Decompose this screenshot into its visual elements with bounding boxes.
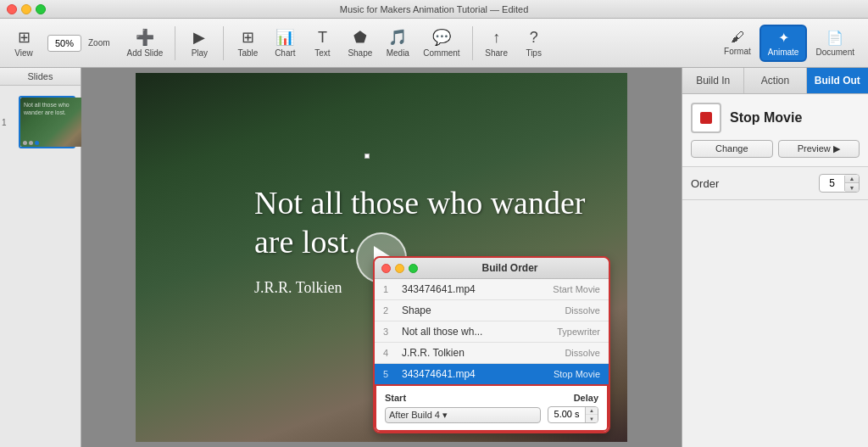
delay-increment[interactable]: ▲ bbox=[586, 407, 598, 415]
build-row-4[interactable]: 4 J.R.R. Tolkien Dissolve bbox=[375, 343, 609, 364]
comment-button[interactable]: 💬 Comment bbox=[418, 25, 465, 61]
maximize-button[interactable] bbox=[36, 4, 46, 14]
dialog-minimize-button[interactable] bbox=[395, 264, 404, 273]
right-toolbar: 🖌 Format ✦ Animate 📄 Document bbox=[717, 25, 861, 62]
zoom-label: Zoom bbox=[88, 38, 110, 47]
text-button[interactable]: T Text bbox=[305, 25, 339, 61]
play-icon: ▶ bbox=[193, 28, 205, 47]
delay-stepper: ▲ ▼ bbox=[586, 407, 598, 422]
start-delay-section: Start Delay After Build 4 ▾ 5.00 s ▲ bbox=[375, 384, 609, 432]
shape-button[interactable]: ⬟ Shape bbox=[342, 25, 377, 61]
animate-button[interactable]: ✦ Animate bbox=[760, 25, 808, 62]
order-increment[interactable]: ▲ bbox=[845, 175, 859, 183]
canvas-area: Not all those who wander are lost. J.R.R… bbox=[81, 68, 682, 447]
document-icon: 📄 bbox=[826, 30, 843, 46]
share-icon: ↑ bbox=[492, 29, 500, 47]
tips-label: Tips bbox=[526, 48, 542, 58]
comment-label: Comment bbox=[423, 48, 459, 58]
zoom-input[interactable] bbox=[47, 35, 81, 52]
chart-label: Chart bbox=[275, 48, 295, 58]
shape-label: Shape bbox=[348, 48, 372, 58]
title-bar: Music for Makers Animation Tutorial — Ed… bbox=[0, 0, 868, 19]
build-action-selected: Stop Movie bbox=[554, 369, 600, 379]
text-icon: T bbox=[318, 29, 327, 47]
build-row-3[interactable]: 3 Not all those wh... Typewriter bbox=[375, 321, 609, 343]
document-label: Document bbox=[815, 47, 854, 57]
format-label: Format bbox=[724, 47, 751, 56]
table-button[interactable]: ⊞ Table bbox=[231, 25, 264, 61]
build-row-5-selected[interactable]: 5 343474641.mp4 Stop Movie bbox=[375, 364, 609, 384]
view-label: View bbox=[14, 48, 33, 58]
tab-build-out[interactable]: Build Out bbox=[807, 68, 868, 93]
stepper-buttons: ▲ ▼ bbox=[845, 175, 859, 192]
delay-value: 5.00 s bbox=[548, 407, 586, 422]
format-button[interactable]: 🖌 Format bbox=[717, 26, 758, 59]
stop-movie-section: Stop Movie Change Preview ▶ bbox=[682, 94, 868, 167]
build-rows: 1 343474641.mp4 Start Movie 2 Shape Diss… bbox=[375, 279, 609, 384]
text-label: Text bbox=[314, 48, 330, 58]
add-slide-button[interactable]: ➕ Add Slide bbox=[122, 25, 169, 61]
animate-icon: ✦ bbox=[778, 30, 789, 46]
media-label: Media bbox=[387, 48, 409, 58]
share-button[interactable]: ↑ Share bbox=[480, 25, 514, 61]
media-button[interactable]: 🎵 Media bbox=[381, 25, 415, 61]
order-decrement[interactable]: ▼ bbox=[845, 183, 859, 192]
build-name-selected: 343474641.mp4 bbox=[402, 368, 547, 380]
window-title: Music for Makers Animation Tutorial — Ed… bbox=[340, 4, 529, 14]
document-button[interactable]: 📄 Document bbox=[809, 26, 861, 60]
build-action: Dissolve bbox=[565, 348, 600, 358]
add-slide-icon: ➕ bbox=[136, 28, 154, 47]
quote-text: Not all those who wander are lost. bbox=[254, 184, 610, 261]
sd-inputs: After Build 4 ▾ 5.00 s ▲ ▼ bbox=[385, 406, 598, 423]
slide-thumbnail[interactable]: Not all those who wander are lost. bbox=[19, 96, 75, 148]
tips-icon: ? bbox=[530, 29, 538, 47]
slide-dot-active bbox=[35, 141, 39, 145]
slides-header: Slides bbox=[0, 68, 81, 86]
comment-icon: 💬 bbox=[432, 28, 451, 47]
build-name: 343474641.mp4 bbox=[402, 283, 546, 295]
build-action: Typewriter bbox=[557, 327, 600, 337]
separator3 bbox=[472, 26, 473, 60]
tab-build-in[interactable]: Build In bbox=[682, 68, 744, 93]
table-label: Table bbox=[237, 48, 258, 58]
main-area: Slides 1 Not all those who wander are lo… bbox=[0, 68, 868, 447]
start-label: Start bbox=[385, 393, 406, 403]
chart-icon: 📊 bbox=[275, 28, 294, 47]
build-num: 1 bbox=[383, 284, 395, 294]
start-select[interactable]: After Build 4 ▾ bbox=[385, 407, 541, 423]
zoom-button[interactable]: Zoom bbox=[83, 35, 115, 51]
add-slide-label: Add Slide bbox=[127, 48, 164, 58]
slide-number: 1 bbox=[2, 118, 7, 127]
delay-decrement[interactable]: ▼ bbox=[586, 415, 598, 422]
build-num: 3 bbox=[383, 327, 395, 337]
change-preview-row: Change Preview ▶ bbox=[691, 140, 860, 158]
shape-icon: ⬟ bbox=[353, 28, 367, 47]
right-panel: Build In Action Build Out Stop Movie Cha… bbox=[682, 68, 868, 447]
change-button[interactable]: Change bbox=[691, 140, 773, 158]
build-name: Shape bbox=[402, 305, 558, 316]
slide-dot bbox=[23, 141, 27, 145]
dialog-close-button[interactable] bbox=[381, 264, 391, 273]
stop-movie-row: Stop Movie bbox=[691, 103, 860, 133]
animate-label: Animate bbox=[768, 47, 799, 57]
play-button[interactable]: ▶ Play bbox=[182, 25, 216, 61]
dialog-maximize-button[interactable] bbox=[409, 264, 418, 273]
preview-button[interactable]: Preview ▶ bbox=[778, 140, 860, 158]
order-stepper: 5 ▲ ▼ bbox=[819, 174, 860, 193]
build-name: Not all those wh... bbox=[402, 326, 550, 338]
thumb-text: Not all those who wander are lost. bbox=[24, 101, 83, 116]
view-button[interactable]: ⊞ View bbox=[7, 25, 41, 61]
chart-button[interactable]: 📊 Chart bbox=[268, 25, 302, 61]
build-row-2[interactable]: 2 Shape Dissolve bbox=[375, 300, 609, 321]
order-label: Order bbox=[691, 177, 719, 190]
tips-button[interactable]: ? Tips bbox=[517, 25, 551, 61]
tab-action[interactable]: Action bbox=[744, 68, 806, 93]
play-label: Play bbox=[192, 48, 208, 58]
build-tabs: Build In Action Build Out bbox=[682, 68, 868, 94]
minimize-button[interactable] bbox=[21, 4, 31, 14]
sd-labels: Start Delay bbox=[385, 393, 598, 403]
build-row-1[interactable]: 1 343474641.mp4 Start Movie bbox=[375, 279, 609, 300]
close-button[interactable] bbox=[7, 4, 17, 14]
window-controls bbox=[7, 4, 46, 14]
format-icon: 🖌 bbox=[731, 30, 744, 45]
